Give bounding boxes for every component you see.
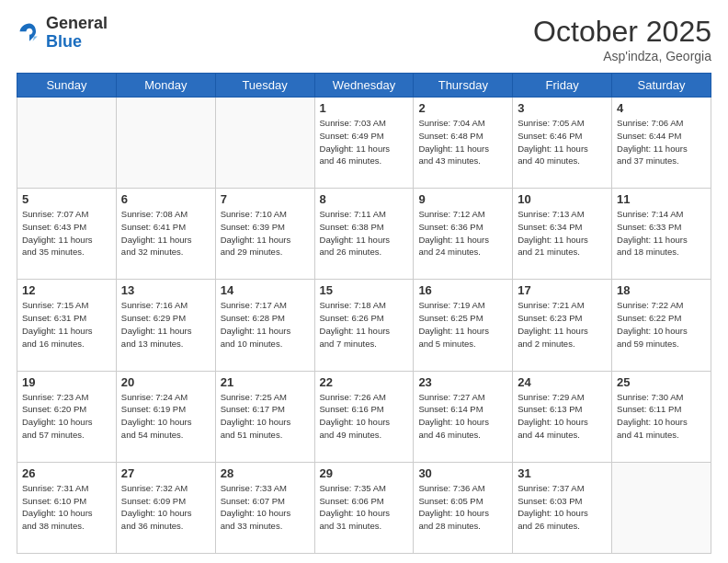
day-info: Sunrise: 7:13 AM Sunset: 6:34 PM Dayligh… xyxy=(518,208,607,259)
day-number: 7 xyxy=(221,192,310,206)
day-number: 18 xyxy=(617,283,706,297)
day-info: Sunrise: 7:22 AM Sunset: 6:22 PM Dayligh… xyxy=(617,299,706,350)
day-info: Sunrise: 7:04 AM Sunset: 6:48 PM Dayligh… xyxy=(418,117,507,167)
title-block: October 2025 Asp'indza, Georgia xyxy=(533,15,711,63)
day-info: Sunrise: 7:16 AM Sunset: 6:29 PM Dayligh… xyxy=(121,299,210,350)
day-number: 4 xyxy=(617,101,706,115)
day-info: Sunrise: 7:10 AM Sunset: 6:39 PM Dayligh… xyxy=(221,208,310,259)
day-number: 22 xyxy=(320,375,409,389)
table-cell: 3Sunrise: 7:05 AM Sunset: 6:46 PM Daylig… xyxy=(513,98,612,189)
table-cell: 21Sunrise: 7:25 AM Sunset: 6:17 PM Dayli… xyxy=(215,371,314,462)
day-number: 10 xyxy=(518,192,607,206)
day-number: 17 xyxy=(518,283,607,297)
logo: General Blue xyxy=(17,15,108,52)
day-info: Sunrise: 7:11 AM Sunset: 6:38 PM Dayligh… xyxy=(320,208,409,259)
day-number: 31 xyxy=(518,466,607,480)
calendar-header-row: Sunday Monday Tuesday Wednesday Thursday… xyxy=(17,74,711,98)
table-cell: 10Sunrise: 7:13 AM Sunset: 6:34 PM Dayli… xyxy=(513,189,612,280)
day-info: Sunrise: 7:03 AM Sunset: 6:49 PM Dayligh… xyxy=(320,117,409,167)
day-number: 6 xyxy=(121,192,210,206)
day-number: 2 xyxy=(418,101,507,115)
day-info: Sunrise: 7:27 AM Sunset: 6:14 PM Dayligh… xyxy=(418,391,507,442)
day-number: 19 xyxy=(22,375,111,389)
table-cell: 18Sunrise: 7:22 AM Sunset: 6:22 PM Dayli… xyxy=(612,280,711,371)
table-cell: 13Sunrise: 7:16 AM Sunset: 6:29 PM Dayli… xyxy=(116,280,215,371)
table-cell: 11Sunrise: 7:14 AM Sunset: 6:33 PM Dayli… xyxy=(612,189,711,280)
logo-text: General Blue xyxy=(46,15,108,52)
week-row-1: 1Sunrise: 7:03 AM Sunset: 6:49 PM Daylig… xyxy=(17,98,711,189)
col-thursday: Thursday xyxy=(414,74,513,98)
day-number: 30 xyxy=(418,466,507,480)
table-cell: 9Sunrise: 7:12 AM Sunset: 6:36 PM Daylig… xyxy=(414,189,513,280)
col-tuesday: Tuesday xyxy=(215,74,314,98)
table-cell: 25Sunrise: 7:30 AM Sunset: 6:11 PM Dayli… xyxy=(612,371,711,462)
day-info: Sunrise: 7:14 AM Sunset: 6:33 PM Dayligh… xyxy=(617,208,706,259)
day-number: 15 xyxy=(320,283,409,297)
day-info: Sunrise: 7:17 AM Sunset: 6:28 PM Dayligh… xyxy=(221,299,310,350)
day-number: 29 xyxy=(320,466,409,480)
table-cell: 17Sunrise: 7:21 AM Sunset: 6:23 PM Dayli… xyxy=(513,280,612,371)
table-cell xyxy=(17,98,117,189)
week-row-5: 26Sunrise: 7:31 AM Sunset: 6:10 PM Dayli… xyxy=(17,462,711,553)
day-info: Sunrise: 7:29 AM Sunset: 6:13 PM Dayligh… xyxy=(518,391,607,442)
table-cell: 19Sunrise: 7:23 AM Sunset: 6:20 PM Dayli… xyxy=(17,371,117,462)
table-cell: 15Sunrise: 7:18 AM Sunset: 6:26 PM Dayli… xyxy=(314,280,414,371)
day-info: Sunrise: 7:35 AM Sunset: 6:06 PM Dayligh… xyxy=(320,482,409,533)
day-number: 1 xyxy=(320,101,409,115)
day-info: Sunrise: 7:32 AM Sunset: 6:09 PM Dayligh… xyxy=(121,482,210,533)
day-number: 20 xyxy=(121,375,210,389)
col-saturday: Saturday xyxy=(612,74,711,98)
day-info: Sunrise: 7:31 AM Sunset: 6:10 PM Dayligh… xyxy=(22,482,111,533)
table-cell: 30Sunrise: 7:36 AM Sunset: 6:05 PM Dayli… xyxy=(414,462,513,553)
table-cell: 27Sunrise: 7:32 AM Sunset: 6:09 PM Dayli… xyxy=(116,462,215,553)
table-cell: 14Sunrise: 7:17 AM Sunset: 6:28 PM Dayli… xyxy=(215,280,314,371)
table-cell: 1Sunrise: 7:03 AM Sunset: 6:49 PM Daylig… xyxy=(314,98,414,189)
header: General Blue October 2025 Asp'indza, Geo… xyxy=(17,15,711,63)
day-number: 16 xyxy=(418,283,507,297)
month-title: October 2025 xyxy=(533,15,711,49)
day-info: Sunrise: 7:26 AM Sunset: 6:16 PM Dayligh… xyxy=(320,391,409,442)
day-info: Sunrise: 7:36 AM Sunset: 6:05 PM Dayligh… xyxy=(418,482,507,533)
day-info: Sunrise: 7:05 AM Sunset: 6:46 PM Dayligh… xyxy=(518,117,607,167)
table-cell: 2Sunrise: 7:04 AM Sunset: 6:48 PM Daylig… xyxy=(414,98,513,189)
logo-icon xyxy=(17,20,42,46)
page: General Blue October 2025 Asp'indza, Geo… xyxy=(0,0,728,563)
col-sunday: Sunday xyxy=(17,74,117,98)
day-number: 12 xyxy=(22,283,111,297)
day-number: 25 xyxy=(617,375,706,389)
day-info: Sunrise: 7:18 AM Sunset: 6:26 PM Dayligh… xyxy=(320,299,409,350)
col-monday: Monday xyxy=(116,74,215,98)
day-number: 27 xyxy=(121,466,210,480)
day-number: 11 xyxy=(617,192,706,206)
table-cell: 26Sunrise: 7:31 AM Sunset: 6:10 PM Dayli… xyxy=(17,462,117,553)
day-info: Sunrise: 7:30 AM Sunset: 6:11 PM Dayligh… xyxy=(617,391,706,442)
day-number: 21 xyxy=(221,375,310,389)
week-row-2: 5Sunrise: 7:07 AM Sunset: 6:43 PM Daylig… xyxy=(17,189,711,280)
logo-general-text: General xyxy=(46,14,108,32)
day-info: Sunrise: 7:25 AM Sunset: 6:17 PM Dayligh… xyxy=(221,391,310,442)
day-info: Sunrise: 7:23 AM Sunset: 6:20 PM Dayligh… xyxy=(22,391,111,442)
day-number: 13 xyxy=(121,283,210,297)
col-friday: Friday xyxy=(513,74,612,98)
day-info: Sunrise: 7:06 AM Sunset: 6:44 PM Dayligh… xyxy=(617,117,706,167)
day-info: Sunrise: 7:15 AM Sunset: 6:31 PM Dayligh… xyxy=(22,299,111,350)
table-cell: 24Sunrise: 7:29 AM Sunset: 6:13 PM Dayli… xyxy=(513,371,612,462)
day-number: 28 xyxy=(221,466,310,480)
day-info: Sunrise: 7:19 AM Sunset: 6:25 PM Dayligh… xyxy=(418,299,507,350)
day-info: Sunrise: 7:08 AM Sunset: 6:41 PM Dayligh… xyxy=(121,208,210,259)
table-cell: 12Sunrise: 7:15 AM Sunset: 6:31 PM Dayli… xyxy=(17,280,117,371)
table-cell: 23Sunrise: 7:27 AM Sunset: 6:14 PM Dayli… xyxy=(414,371,513,462)
table-cell: 6Sunrise: 7:08 AM Sunset: 6:41 PM Daylig… xyxy=(116,189,215,280)
table-cell: 16Sunrise: 7:19 AM Sunset: 6:25 PM Dayli… xyxy=(414,280,513,371)
day-number: 8 xyxy=(320,192,409,206)
day-info: Sunrise: 7:21 AM Sunset: 6:23 PM Dayligh… xyxy=(518,299,607,350)
table-cell xyxy=(215,98,314,189)
table-cell: 5Sunrise: 7:07 AM Sunset: 6:43 PM Daylig… xyxy=(17,189,117,280)
day-number: 26 xyxy=(22,466,111,480)
day-number: 23 xyxy=(418,375,507,389)
day-info: Sunrise: 7:24 AM Sunset: 6:19 PM Dayligh… xyxy=(121,391,210,442)
table-cell: 8Sunrise: 7:11 AM Sunset: 6:38 PM Daylig… xyxy=(314,189,414,280)
day-info: Sunrise: 7:37 AM Sunset: 6:03 PM Dayligh… xyxy=(518,482,607,533)
day-number: 24 xyxy=(518,375,607,389)
day-info: Sunrise: 7:33 AM Sunset: 6:07 PM Dayligh… xyxy=(221,482,310,533)
